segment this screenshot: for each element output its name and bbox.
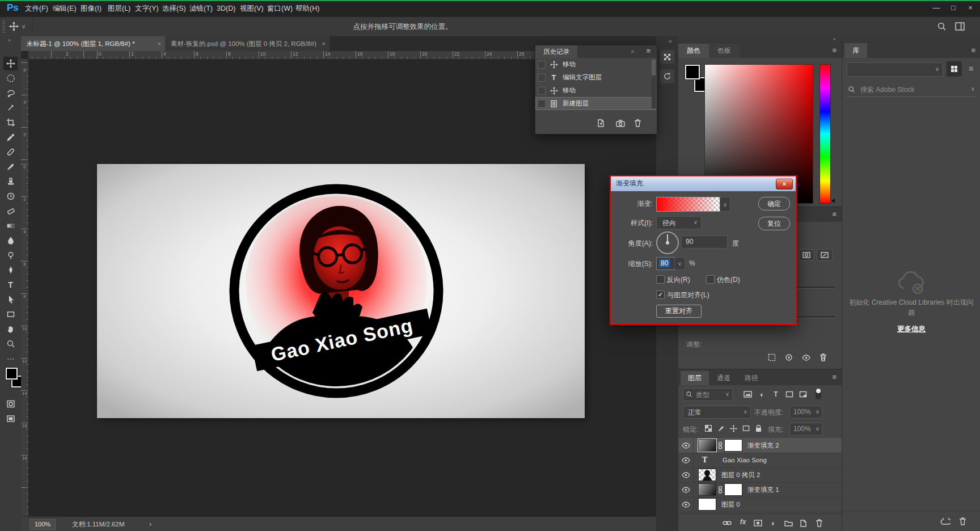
- delete-library-item-trash-icon[interactable]: [957, 516, 968, 526]
- menu-edit[interactable]: 编辑(E): [50, 0, 79, 17]
- filter-pixel-layers-icon[interactable]: [742, 389, 753, 399]
- delete-mask-trash-icon[interactable]: [818, 352, 828, 363]
- tab-layers[interactable]: 图层: [681, 371, 709, 385]
- tab-paths[interactable]: 路径: [738, 371, 764, 385]
- eraser-tool[interactable]: [3, 204, 18, 218]
- close-window-button[interactable]: ×: [962, 0, 979, 16]
- chevron-down-icon[interactable]: ∨: [971, 86, 975, 92]
- blend-mode-select[interactable]: 正常 ∨: [683, 406, 751, 419]
- layer-visibility-eye-icon[interactable]: [678, 438, 694, 453]
- menu-filter[interactable]: 滤镜(T): [187, 0, 215, 17]
- eyedropper-tool[interactable]: [3, 130, 18, 144]
- history-state-selected[interactable]: 新建图层: [535, 97, 656, 110]
- layer-row[interactable]: T Gao Xiao Song: [678, 453, 842, 468]
- menu-3d[interactable]: 3D(D): [214, 0, 238, 17]
- quick-mask-icon[interactable]: [3, 397, 18, 411]
- move-tool[interactable]: [3, 57, 18, 70]
- layer-thumbnail[interactable]: [699, 469, 716, 481]
- panel-menu-icon[interactable]: ≡: [832, 373, 836, 381]
- opacity-field[interactable]: 100% ∨: [789, 406, 822, 419]
- maximize-button[interactable]: □: [945, 0, 962, 16]
- history-scrollbar-thumb[interactable]: [652, 60, 656, 75]
- crop-tool[interactable]: [3, 116, 18, 129]
- gradient-picker-chevron[interactable]: ∨: [720, 197, 730, 212]
- more-info-link[interactable]: 更多信息: [842, 324, 980, 334]
- delete-layer-trash-icon[interactable]: [813, 518, 825, 528]
- workspace-switcher-icon[interactable]: [955, 22, 965, 33]
- panel-menu-icon[interactable]: ≡: [832, 46, 836, 54]
- zoom-tool[interactable]: [3, 337, 18, 351]
- fill-field[interactable]: 100% ∨: [789, 423, 822, 436]
- dodge-tool[interactable]: [3, 248, 18, 262]
- minimize-button[interactable]: —: [928, 0, 945, 16]
- library-search-field[interactable]: 搜索 Adobe Stock ∨: [847, 82, 976, 97]
- reset-alignment-button[interactable]: 重置对齐: [656, 305, 702, 318]
- tab-history[interactable]: 历史记录: [535, 45, 577, 58]
- tab-swatches[interactable]: 色板: [709, 44, 740, 58]
- scale-input[interactable]: 80: [656, 257, 675, 270]
- panel-menu-icon[interactable]: ≡: [971, 46, 975, 54]
- zoom-level-field[interactable]: 100%: [29, 519, 56, 530]
- dialog-close-button[interactable]: ×: [776, 179, 793, 189]
- options-grip[interactable]: [2, 20, 5, 33]
- marquee-tool[interactable]: [3, 71, 18, 85]
- mask-visibility-eye-icon[interactable]: [801, 352, 811, 363]
- cloud-sync-icon[interactable]: [940, 516, 951, 526]
- history-source-well[interactable]: [538, 61, 546, 69]
- layer-visibility-eye-icon[interactable]: [678, 467, 694, 482]
- dither-checkbox[interactable]: [706, 275, 715, 284]
- move-tool-option-icon[interactable]: [9, 22, 19, 33]
- adjustment-layer-icon[interactable]: ◐: [768, 518, 779, 528]
- hue-marker-icon[interactable]: [831, 199, 835, 203]
- new-document-from-state-icon[interactable]: [595, 118, 607, 128]
- history-state[interactable]: T 编辑文字图层: [535, 71, 656, 84]
- status-bar-menu-arrow[interactable]: ›: [149, 517, 151, 531]
- tool-preset-chevron-icon[interactable]: ∨: [22, 23, 26, 30]
- menu-type[interactable]: 文字(Y): [133, 0, 161, 17]
- history-state[interactable]: 移动: [535, 84, 656, 97]
- dock-collapse-icon[interactable]: «: [669, 38, 672, 44]
- layer-thumbnail[interactable]: [699, 440, 716, 451]
- filter-shape-layers-icon[interactable]: [784, 389, 795, 399]
- type-tool[interactable]: T: [3, 278, 18, 292]
- tab-close-icon[interactable]: ×: [322, 36, 326, 51]
- menu-help[interactable]: 帮助(H): [293, 0, 322, 17]
- menu-window[interactable]: 窗口(W): [265, 0, 295, 17]
- layer-thumbnail[interactable]: [699, 499, 716, 510]
- tab-color[interactable]: 颜色: [678, 44, 709, 58]
- reverse-checkbox[interactable]: [656, 275, 665, 284]
- align-with-layer-checkbox-checked[interactable]: ✓: [656, 290, 665, 299]
- grid-view-button[interactable]: [947, 61, 962, 77]
- reset-button[interactable]: 复位: [758, 217, 790, 230]
- dock-collapse-icon[interactable]: «: [833, 36, 836, 42]
- layer-visibility-eye-icon[interactable]: [678, 497, 694, 512]
- layer-filter-type-select[interactable]: 类型 ∨: [683, 388, 733, 401]
- layer-mask-thumbnail[interactable]: [725, 484, 742, 495]
- filter-smart-objects-icon[interactable]: [797, 389, 809, 399]
- dialog-title-bar[interactable]: 渐变填充 ×: [611, 176, 796, 191]
- link-layers-icon[interactable]: [721, 518, 733, 528]
- tab-channels[interactable]: 通道: [710, 371, 737, 385]
- lock-transparent-pixels-icon[interactable]: [703, 423, 713, 433]
- vector-mask-button[interactable]: [817, 249, 833, 261]
- quick-selection-tool[interactable]: [3, 101, 18, 115]
- new-group-folder-icon[interactable]: [783, 518, 794, 528]
- layer-thumbnail[interactable]: [699, 484, 716, 495]
- layer-name[interactable]: 图层 0: [721, 497, 740, 512]
- lock-all-icon[interactable]: [753, 423, 763, 433]
- filter-type-layers-icon[interactable]: T: [770, 389, 782, 399]
- gradient-preview[interactable]: [656, 197, 721, 212]
- ok-button[interactable]: 确定: [758, 197, 790, 210]
- healing-brush-tool[interactable]: [3, 145, 18, 159]
- toolbar-collapse-icon[interactable]: »: [8, 37, 11, 43]
- history-source-well[interactable]: [538, 100, 546, 108]
- foreground-color-swatch[interactable]: [685, 65, 700, 79]
- new-layer-icon[interactable]: [797, 518, 809, 528]
- scale-chevron[interactable]: ∨: [674, 257, 685, 270]
- layer-name[interactable]: 渐变填充 2: [747, 438, 779, 453]
- menu-view[interactable]: 视图(V): [238, 0, 266, 17]
- panel-menu-icon[interactable]: ≡: [832, 210, 836, 218]
- layer-mask-thumbnail[interactable]: [725, 440, 742, 451]
- pen-tool[interactable]: [3, 263, 18, 277]
- new-snapshot-camera-icon[interactable]: [615, 118, 626, 128]
